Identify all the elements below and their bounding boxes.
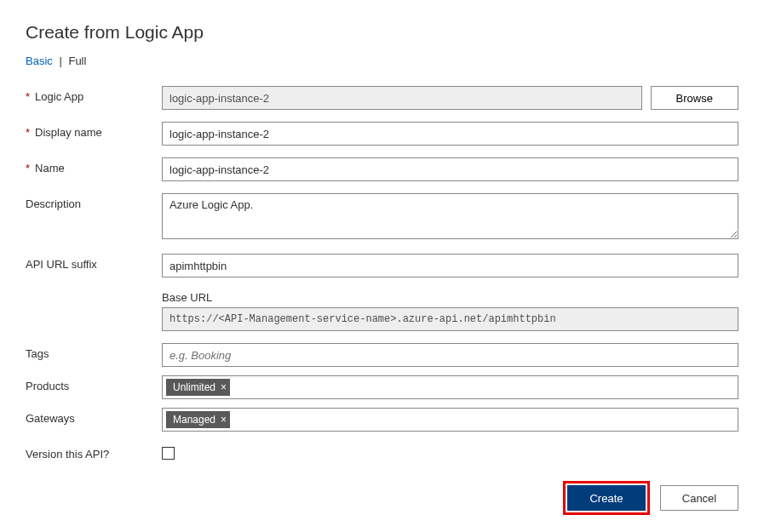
description-field[interactable] xyxy=(162,193,738,239)
row-logic-app: * Logic App Browse xyxy=(26,86,738,110)
label-name: Name xyxy=(35,162,65,174)
required-icon: * xyxy=(26,91,30,102)
required-icon: * xyxy=(26,163,30,174)
close-icon[interactable]: × xyxy=(221,415,227,425)
logic-app-field[interactable] xyxy=(162,86,642,110)
browse-button[interactable]: Browse xyxy=(651,86,738,110)
label-display-name: Display name xyxy=(35,126,102,139)
label-products: Products xyxy=(26,380,69,392)
label-gateways: Gateways xyxy=(26,412,75,425)
row-version-api: Version this API? xyxy=(26,443,738,462)
name-field[interactable] xyxy=(162,157,738,181)
row-gateways: Gateways Managed × xyxy=(26,408,738,432)
create-highlight: Create xyxy=(563,481,650,515)
label-logic-app: Logic App xyxy=(35,90,83,103)
row-products: Products Unlimited × xyxy=(26,375,738,399)
label-description: Description xyxy=(26,197,81,210)
tab-full[interactable]: Full xyxy=(68,54,86,67)
display-name-field[interactable] xyxy=(162,122,738,146)
form-container: Create from Logic App Basic | Full * Log… xyxy=(0,0,764,532)
close-icon[interactable]: × xyxy=(221,382,227,392)
view-tabs: Basic | Full xyxy=(26,54,738,67)
row-tags: Tags xyxy=(26,343,738,367)
label-tags: Tags xyxy=(26,347,49,360)
row-name: * Name xyxy=(26,157,738,181)
base-url-field xyxy=(162,307,738,331)
page-title: Create from Logic App xyxy=(26,22,738,43)
gateways-field[interactable]: Managed × xyxy=(162,408,738,432)
create-button[interactable]: Create xyxy=(567,485,646,511)
label-api-url-suffix: API URL suffix xyxy=(26,258,97,271)
label-version-api: Version this API? xyxy=(26,448,109,460)
gateway-chip-label: Managed xyxy=(173,414,215,426)
product-chip-label: Unlimited xyxy=(173,381,215,393)
tags-field[interactable] xyxy=(162,343,738,367)
row-api-url-suffix: API URL suffix Base URL xyxy=(26,254,738,331)
tab-separator: | xyxy=(59,54,61,67)
row-description: Description xyxy=(26,193,738,242)
version-api-checkbox[interactable] xyxy=(162,447,175,460)
gateway-chip: Managed × xyxy=(166,411,230,428)
row-display-name: * Display name xyxy=(26,122,738,146)
tab-basic[interactable]: Basic xyxy=(26,54,53,67)
required-icon: * xyxy=(26,127,30,138)
api-url-suffix-field[interactable] xyxy=(162,254,738,277)
cancel-button[interactable]: Cancel xyxy=(660,485,738,511)
label-base-url: Base URL xyxy=(162,291,738,304)
product-chip: Unlimited × xyxy=(166,379,230,396)
footer-actions: Create Cancel xyxy=(563,481,738,515)
products-field[interactable]: Unlimited × xyxy=(162,375,738,399)
